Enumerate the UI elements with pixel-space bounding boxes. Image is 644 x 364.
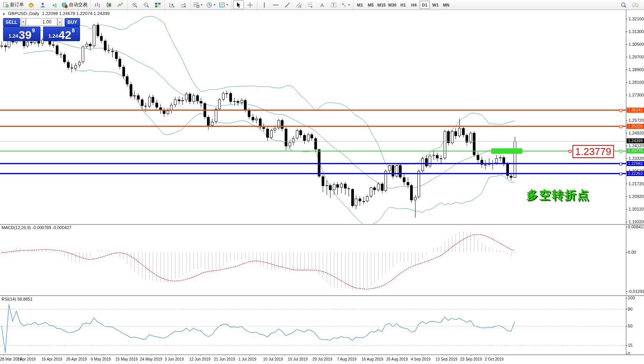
price-axis-tick (626, 146, 627, 146)
date-axis-label: 10 Jul 2019 (263, 357, 283, 361)
buy-price-small: 1.24 (48, 33, 58, 39)
price-axis-label: 1.31300 (629, 29, 644, 34)
price-axis-label: 1.30500 (629, 42, 644, 47)
annotation-text[interactable]: 多空转折点 (526, 187, 590, 203)
price-axis-label: 1.23320 (629, 156, 644, 161)
sell-price-sup: 9 (32, 27, 35, 33)
date-axis-label: 12 Jun 2019 (189, 357, 210, 361)
buy-price-display[interactable]: 1.24 42 8 (43, 27, 80, 41)
price-axis-label: 1.27300 (629, 93, 644, 97)
date-axis-label: 7 Aug 2019 (337, 357, 357, 361)
price-axis-tick (626, 196, 627, 197)
current-price-line (0, 141, 626, 141)
sell-price-display[interactable]: 1.24 39 9 (3, 27, 40, 41)
horizontal-line-object[interactable] (0, 151, 626, 151)
date-axis-label: 6 May 2019 (91, 357, 111, 361)
rsi-level-line (0, 309, 626, 309)
price-level-label: 1.22353 (627, 171, 644, 176)
price-axis-label: 1.21720 (629, 181, 644, 186)
line-handle[interactable] (619, 163, 622, 165)
price-axis-tick (626, 133, 627, 133)
rsi-axis-tick (626, 298, 627, 298)
rsi-axis-label: 80 (628, 307, 632, 311)
price-axis-tick (626, 158, 627, 159)
price-axis-label: 1.28900 (629, 67, 644, 72)
rsi-axis-tick (626, 345, 627, 346)
price-axis-border (626, 10, 626, 355)
macd-axis-tick (626, 252, 627, 253)
date-axis-label: 21 Jun 2019 (214, 357, 235, 361)
buy-price-big: 42 (58, 30, 71, 40)
horizontal-line-object[interactable] (0, 163, 626, 164)
line-handle[interactable] (619, 109, 622, 112)
price-callout-box[interactable]: 1.23779 (572, 145, 614, 158)
price-axis-tick (626, 184, 627, 184)
price-axis-tick (626, 222, 627, 222)
line-handle[interactable] (619, 125, 622, 128)
price-axis-tick (626, 57, 627, 57)
rsi-axis-tick (626, 309, 627, 309)
macd-axis-label: -0.012931 (628, 289, 644, 294)
price-axis-tick (626, 95, 627, 95)
price-axis-tick (626, 44, 627, 45)
sell-price-big: 39 (19, 30, 32, 40)
date-axis-label: 16 Apr 2019 (42, 357, 62, 361)
buy-button[interactable]: BUY (65, 18, 80, 27)
price-axis-label: 1.32100 (629, 17, 644, 21)
horizontal-line-object[interactable] (0, 173, 626, 174)
date-axis-label: 23 Sep 2019 (460, 357, 482, 361)
line-handle[interactable] (619, 150, 622, 153)
date-axis-label: 16 Aug 2019 (362, 357, 383, 361)
rsi-level-line (0, 326, 626, 326)
sell-price-small: 1.24 (8, 33, 18, 39)
volume-input[interactable]: 1.00 (26, 18, 57, 26)
price-axis-label: 1.19320 (629, 219, 644, 224)
price-axis-tick (626, 209, 627, 209)
date-axis-label: 13 Sep 2019 (435, 357, 457, 361)
price-axis-tick (626, 19, 627, 19)
price-axis-tick (626, 32, 627, 32)
date-axis-label: 7 Apr 2019 (17, 357, 35, 361)
mt4-window: 新订单 自动交易 (0, 0, 644, 364)
highlight-bar-object[interactable] (491, 148, 522, 154)
pane-separator-dates (0, 354, 644, 356)
sell-button[interactable]: SELL (3, 18, 20, 27)
price-axis-label: 1.24920 (629, 131, 644, 135)
price-level-label: 1.26341 (627, 108, 644, 113)
price-axis-label: 1.28100 (629, 80, 644, 85)
date-axis-label: 3 Jun 2019 (165, 357, 184, 361)
macd-axis-label: 0.00 (628, 250, 636, 254)
date-axis-label: 26 Aug 2019 (386, 357, 408, 361)
price-axis-tick (626, 70, 627, 70)
date-axis-label: 24 May 2019 (140, 357, 162, 361)
chart-header: ▲ GBPUSD-,Daily 1.22098 1.24678 1.22074 … (2, 11, 110, 16)
price-axis-tick (626, 82, 627, 83)
rsi-axis-label: 50 (628, 324, 632, 328)
date-axis-label: 2 Oct 2019 (485, 357, 504, 361)
chart-ohlc-values: 1.22098 1.24678 1.22074 1.24399 (42, 11, 110, 16)
collapse-arrow-icon[interactable]: ▲ (2, 12, 5, 15)
buy-price-sup: 8 (72, 27, 75, 33)
price-level-label: 1.23779 (627, 148, 644, 153)
current-price-label: 1.24399 (627, 138, 644, 143)
price-level-label: 1.22982 (627, 161, 644, 166)
rsi-axis-tick (626, 326, 627, 326)
price-axis-tick (626, 120, 627, 121)
pane-separator-rsi[interactable] (0, 295, 644, 296)
horizontal-line-object[interactable] (0, 126, 626, 127)
callout-handle[interactable] (569, 150, 571, 153)
date-axis-label: 1 Jul 2019 (239, 357, 256, 361)
volume-decrease-button[interactable]: ▼ (21, 18, 26, 26)
line-handle[interactable] (619, 173, 622, 175)
rsi-axis-label: 15 (628, 343, 632, 347)
date-axis-label: 26 Apr 2019 (66, 357, 87, 361)
pane-separator-macd[interactable] (0, 224, 644, 225)
price-axis-label: 1.29700 (629, 55, 644, 59)
horizontal-line-object[interactable] (0, 110, 626, 111)
volume-increase-button[interactable]: ▲ (57, 18, 63, 26)
price-axis-label: 1.24120 (629, 143, 644, 148)
date-axis-label: 29 Jul 2019 (312, 357, 332, 361)
rsi-axis-tick (626, 354, 627, 354)
one-click-trading-panel: SELL ▼ 1.00 ▲ BUY 1.24 39 9 1.24 42 8 (3, 18, 80, 41)
price-level-label: 1.25326 (627, 124, 644, 129)
